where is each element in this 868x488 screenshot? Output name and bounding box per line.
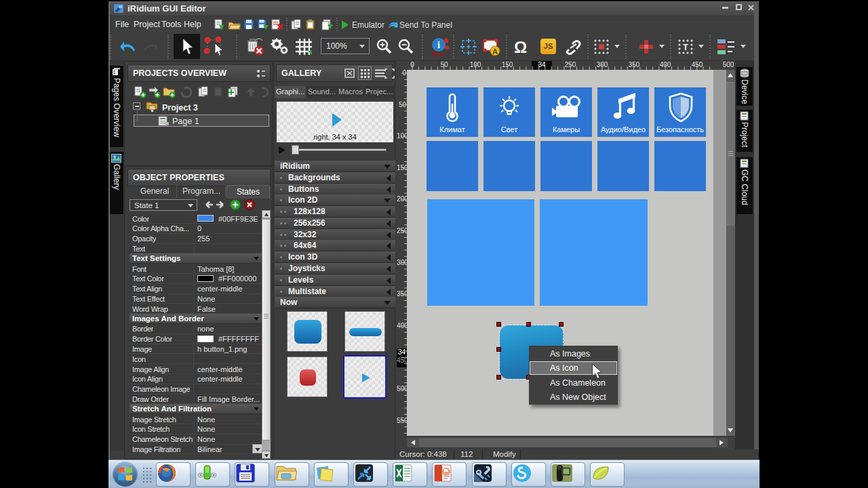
svg-text:A: A (492, 47, 498, 56)
svg-text:i: i (437, 40, 440, 50)
svg-text:T: T (683, 42, 688, 52)
